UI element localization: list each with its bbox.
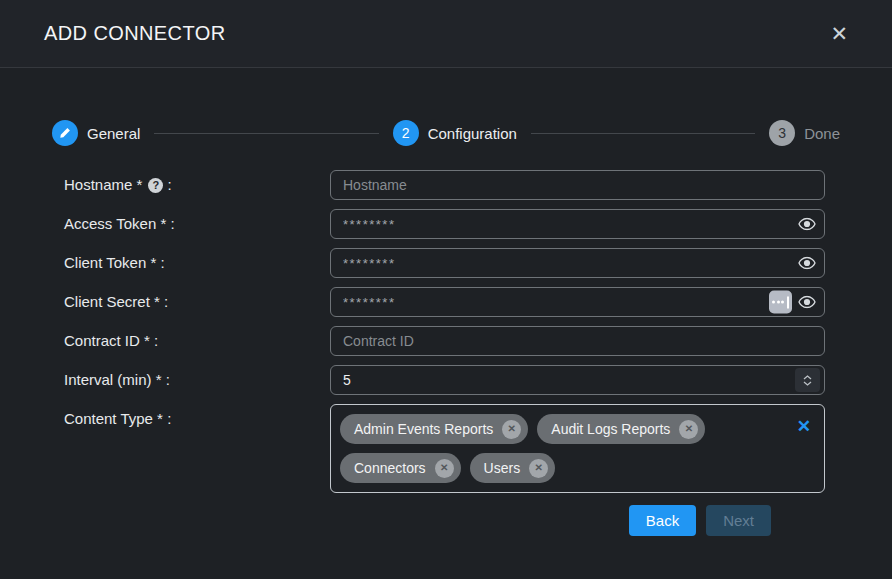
chip-users: Users ✕	[470, 453, 556, 483]
form-row-access-token: Access Token * :	[64, 209, 825, 239]
client-secret-label: Client Secret * :	[64, 287, 330, 317]
step-general[interactable]: General	[52, 120, 140, 146]
dialog-title: ADD CONNECTOR	[44, 22, 226, 45]
step-configuration-circle: 2	[393, 120, 419, 146]
client-token-label: Client Token * :	[64, 248, 330, 278]
show-password-eye-icon[interactable]	[796, 294, 818, 311]
hostname-label: Hostname * ? :	[64, 170, 330, 200]
client-secret-field-wrap	[330, 287, 825, 317]
access-token-input[interactable]	[330, 209, 825, 239]
stepper-connector	[154, 133, 378, 134]
chip-label: Users	[484, 460, 521, 476]
chip-remove-icon[interactable]: ✕	[529, 459, 548, 478]
chevron-up-icon	[803, 375, 812, 380]
chip-label: Admin Events Reports	[354, 421, 493, 437]
client-secret-input[interactable]	[330, 287, 825, 317]
show-password-eye-icon[interactable]	[796, 216, 818, 233]
connector-config-form: Hostname * ? : Access Token * : Client T…	[0, 170, 892, 536]
interval-field-wrap	[330, 365, 825, 395]
form-row-interval: Interval (min) * :	[64, 365, 825, 395]
ext-bar	[787, 296, 789, 308]
form-row-hostname: Hostname * ? :	[64, 170, 825, 200]
step-general-circle	[52, 120, 78, 146]
step-general-label: General	[87, 125, 140, 142]
client-token-input[interactable]	[330, 248, 825, 278]
step-done-circle: 3	[769, 120, 795, 146]
number-stepper[interactable]	[795, 368, 820, 392]
ext-dot	[772, 301, 775, 304]
ext-dot	[777, 301, 780, 304]
wizard-footer: Back Next	[64, 505, 771, 536]
pencil-icon	[59, 127, 71, 139]
chip-connectors: Connectors ✕	[340, 453, 461, 483]
form-row-client-secret: Client Secret * :	[64, 287, 825, 317]
content-type-label: Content Type * :	[64, 404, 330, 434]
show-password-eye-icon[interactable]	[796, 255, 818, 272]
step-done: 3 Done	[769, 120, 840, 146]
password-autofill-extension-icon[interactable]	[769, 291, 792, 314]
content-type-multiselect[interactable]: Admin Events Reports ✕ Audit Logs Report…	[330, 404, 825, 493]
stepper-connector	[531, 133, 755, 134]
step-configuration-label: Configuration	[428, 125, 517, 142]
wizard-stepper: General 2 Configuration 3 Done	[52, 120, 840, 146]
interval-input[interactable]	[330, 365, 825, 395]
back-button[interactable]: Back	[629, 505, 696, 536]
chip-remove-icon[interactable]: ✕	[679, 420, 698, 439]
hostname-input[interactable]	[330, 170, 825, 200]
chip-audit-logs-reports: Audit Logs Reports ✕	[537, 414, 705, 444]
hostname-label-colon: :	[167, 170, 171, 200]
step-done-label: Done	[804, 125, 840, 142]
access-token-label: Access Token * :	[64, 209, 330, 239]
dialog-header: ADD CONNECTOR ✕	[0, 0, 892, 68]
next-button[interactable]: Next	[706, 505, 771, 536]
step-configuration[interactable]: 2 Configuration	[393, 120, 517, 146]
chip-admin-events-reports: Admin Events Reports ✕	[340, 414, 528, 444]
content-type-field-wrap: Admin Events Reports ✕ Audit Logs Report…	[330, 404, 825, 493]
chip-remove-icon[interactable]: ✕	[502, 420, 521, 439]
form-row-content-type: Content Type * : Admin Events Reports ✕ …	[64, 404, 825, 493]
contract-id-input[interactable]	[330, 326, 825, 356]
hostname-field-wrap	[330, 170, 825, 200]
client-token-field-wrap	[330, 248, 825, 278]
help-icon[interactable]: ?	[148, 178, 163, 193]
interval-label: Interval (min) * :	[64, 365, 330, 395]
access-token-field-wrap	[330, 209, 825, 239]
chip-remove-icon[interactable]: ✕	[435, 459, 454, 478]
contract-id-label: Contract ID * :	[64, 326, 330, 356]
clear-selection-icon[interactable]: ✕	[797, 418, 811, 435]
form-row-client-token: Client Token * :	[64, 248, 825, 278]
form-row-contract-id: Contract ID * :	[64, 326, 825, 356]
add-connector-dialog: ADD CONNECTOR ✕ General 2 Configuration …	[0, 0, 892, 579]
chip-label: Audit Logs Reports	[551, 421, 670, 437]
chevron-down-icon	[803, 381, 812, 386]
chip-label: Connectors	[354, 460, 426, 476]
ext-dot	[781, 301, 784, 304]
close-icon[interactable]: ✕	[826, 21, 852, 46]
contract-id-field-wrap	[330, 326, 825, 356]
hostname-label-text: Hostname *	[64, 170, 142, 200]
